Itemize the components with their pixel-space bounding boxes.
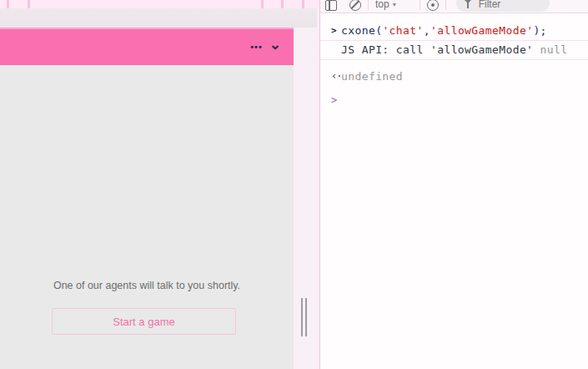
console-toolbar: top ▾ (320, 0, 588, 13)
devtools-console-panel: top ▾ > cxone('chat','allowGameMode'); J… (319, 0, 588, 369)
console-result-line[interactable]: ‹· undefined (320, 60, 588, 88)
log-null-value (533, 43, 540, 56)
console-filter-field[interactable] (456, 0, 550, 12)
toolbar-separator (445, 0, 446, 10)
filter-funnel-icon (465, 0, 472, 8)
command-text: cxone('chat','allowGameMode'); (341, 24, 547, 37)
resize-handle-bar (305, 298, 307, 336)
clear-console-icon (349, 0, 361, 11)
resize-handle[interactable] (301, 298, 308, 336)
command-comma: , (424, 24, 430, 37)
page-top-strip (0, 0, 319, 8)
prompt-chevron-icon: > (331, 94, 341, 107)
context-label: top (375, 0, 389, 10)
console-sidebar-button[interactable] (325, 0, 337, 12)
resize-handle-bar (301, 298, 303, 336)
ruler-tick (7, 0, 9, 8)
console-message-list: > cxone('chat','allowGameMode'); JS API:… (320, 13, 588, 110)
filter-input[interactable] (477, 0, 534, 11)
javascript-context-selector[interactable]: top ▾ (375, 0, 396, 10)
page-header-band (0, 8, 317, 28)
command-fn: cxone( (341, 24, 382, 37)
chevron-down-icon: ▾ (393, 1, 396, 8)
chat-widget: ••• ⌄ One of our agents will talk to you… (0, 28, 294, 369)
console-sidebar-icon (325, 0, 337, 11)
ruler-tick (302, 0, 304, 8)
log-message: JS API: call 'allowGameMode' (341, 43, 533, 56)
console-log-message[interactable]: JS API: call 'allowGameMode' null (320, 41, 588, 60)
live-expression-button[interactable] (427, 0, 439, 12)
more-options-icon[interactable]: ••• (250, 43, 263, 52)
agent-status-message: One of our agents will talk to you short… (0, 280, 294, 291)
ruler-tick (261, 0, 264, 8)
command-arg1: 'chat' (382, 24, 423, 37)
start-game-button[interactable]: Start a game (52, 308, 236, 335)
webpage-background: ••• ⌄ One of our agents will talk to you… (0, 0, 319, 369)
ruler-tick (28, 0, 30, 8)
toolbar-separator (368, 0, 369, 10)
log-text: JS API: call 'allowGameMode' null (341, 43, 568, 56)
clear-console-button[interactable] (337, 0, 361, 12)
console-command-echo[interactable]: > cxone('chat','allowGameMode'); (320, 13, 588, 41)
log-null: null (540, 43, 568, 56)
result-value: undefined (341, 70, 403, 83)
screenshot-root: ••• ⌄ One of our agents will talk to you… (0, 0, 588, 369)
command-close: ); (533, 24, 546, 37)
command-arg2: 'allowGameMode' (430, 24, 533, 37)
return-arrow-icon: ‹· (331, 70, 341, 83)
chat-widget-header[interactable]: ••• ⌄ (0, 28, 294, 65)
minimize-chevron-icon[interactable]: ⌄ (269, 38, 281, 52)
eye-icon (427, 0, 439, 11)
toolbar-separator (420, 0, 420, 10)
console-input-line[interactable]: > (320, 88, 588, 110)
command-chevron-icon: > (331, 24, 341, 37)
ruler-tick (281, 0, 284, 8)
